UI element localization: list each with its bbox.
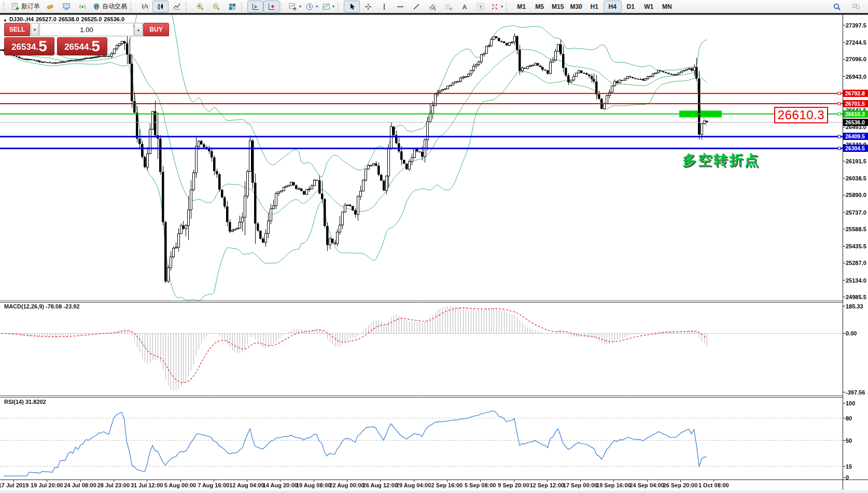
rsi-axis-tick: 50 [846,438,852,444]
trendline-button[interactable] [408,1,424,12]
volume-input[interactable] [39,23,134,36]
periods-dropdown-caret[interactable]: ▾ [316,4,318,9]
sell-price-pips: 5 [38,38,47,54]
tf-m15-button[interactable]: M15 [549,1,567,12]
rsi-indicator-label: RSI(14) 31.8202 [4,399,46,405]
templates-button[interactable]: ▾ [320,1,337,12]
price-axis-tick: 27397.5 [846,22,866,29]
ohlc-open: 26527.0 [36,16,57,22]
tile-windows-button[interactable] [224,1,240,12]
buy-price-pips: 5 [91,38,100,54]
time-axis-label: 28 Jul 23:00 [97,482,130,488]
eraser-icon [46,3,54,11]
expert-advisors-icon [62,3,71,11]
tf-d1-label: D1 [627,3,635,10]
candlestick-mode-button[interactable] [152,1,169,12]
macd-axis-tick: 185.33 [846,303,863,309]
eraser-button[interactable] [42,1,58,12]
templates-dropdown-caret[interactable]: ▾ [332,4,334,9]
chart-shift-icon [268,3,276,11]
tf-d1-button[interactable]: D1 [622,1,640,12]
tf-w1-button[interactable]: W1 [640,1,658,12]
chat-button[interactable] [848,1,864,12]
tf-h4-button[interactable]: H4 [604,1,622,12]
price-axis-badge: 26304.5 [843,145,868,152]
equidistant-channel-button[interactable]: E [424,1,440,12]
sell-price-box[interactable]: 26534.5 [4,37,54,55]
crosshair-icon [364,3,372,11]
tf-m30-button[interactable]: M30 [567,1,585,12]
macd-axis-tick: -397.56 [846,389,865,396]
svg-text:T: T [479,4,482,9]
new-chart-button[interactable]: ▾ [287,1,303,12]
collapse-panel-icon[interactable]: ▲ [3,18,7,22]
toolbar-grip [281,2,284,11]
svg-text:F: F [450,7,452,10]
tile-windows-icon [228,3,236,11]
search-button[interactable] [829,1,845,12]
zoom-in-button[interactable] [192,1,208,12]
toolbar-right-icons [829,1,866,12]
periods-button[interactable]: ▾ [303,1,320,12]
vertical-line-icon [380,3,388,11]
tf-mn-button[interactable]: MN [658,1,676,12]
chat-icon [852,3,860,11]
horizontal-line-button[interactable] [392,1,408,12]
cursor-icon [348,3,356,11]
volume-decrease-button[interactable]: ▼ [31,23,39,36]
bar-chart-mode-button[interactable] [136,1,152,12]
vertical-line-button[interactable] [376,1,392,12]
expert-advisors-button[interactable] [58,1,74,12]
new-chart-dropdown-caret[interactable]: ▾ [299,4,301,9]
periods-icon [305,3,314,11]
new-chart-icon [289,3,297,11]
toolbar-grip [506,2,510,11]
main-toolbar: 新订单自动交易▾▾▾EFAT▾M1M5M15M30H1H4D1W1MN [0,0,868,14]
toolbar-grip [186,2,189,11]
svg-text:A: A [462,3,467,10]
text-button[interactable]: A [456,1,472,12]
fibonacci-retracement-button[interactable]: F [440,1,456,12]
text-icon: A [460,3,469,11]
bar-chart-mode-icon [141,3,149,11]
tf-m5-button[interactable]: M5 [530,1,549,12]
sell-button[interactable]: SELL [4,23,30,36]
text-label-button[interactable]: T [472,1,488,12]
rsi-axis-tick: 0 [846,474,849,481]
crosshair-button[interactable] [360,1,376,12]
time-axis-label: 24 Sep 04:00 [629,482,664,488]
line-chart-mode-icon [173,3,181,11]
price-chart-canvas[interactable] [0,0,868,493]
chart-shift-button[interactable] [263,1,279,12]
buy-price-box[interactable]: 26544.5 [57,37,107,55]
arrows-dropdown-caret[interactable]: ▾ [501,4,503,9]
zoom-in-icon [196,3,204,11]
zoom-out-icon [212,3,220,11]
price-level-callout[interactable]: 26610.3 [774,107,828,123]
time-axis-label: 5 Sep 08:00 [465,482,496,488]
cursor-button[interactable] [344,1,360,12]
time-axis-label: 17 Jul 2019 [0,482,29,488]
equidistant-channel-icon: E [428,3,437,11]
new-order-icon [11,3,20,11]
auto-scroll-button[interactable] [247,1,263,12]
ohlc-close: 26536.0 [104,16,124,22]
new-order-button[interactable]: 新订单 [9,1,42,12]
sell-price-main: 26534. [11,40,38,54]
line-chart-mode-button[interactable] [169,1,185,12]
zoom-out-button[interactable] [208,1,224,12]
volume-increase-button[interactable]: ▲ [134,23,143,36]
time-axis-label: 19 Sep 16:00 [596,482,631,488]
tf-h1-button[interactable]: H1 [585,1,604,12]
macd-main-value: -78.08 [46,303,62,309]
auto-trading-button[interactable]: 自动交易 [90,1,129,12]
chinese-annotation-turning-point: 多空转折点 [682,151,760,170]
tf-m1-button[interactable]: M1 [512,1,530,12]
arrows-button[interactable]: ▾ [488,1,505,12]
signals-button[interactable] [74,1,90,12]
fibonacci-retracement-icon: F [444,3,453,11]
time-axis-label: 19 Jul 20:00 [31,482,63,488]
buy-button[interactable]: BUY [143,23,169,36]
toolbar-grip [130,2,134,11]
horizontal-line-icon [396,3,404,11]
